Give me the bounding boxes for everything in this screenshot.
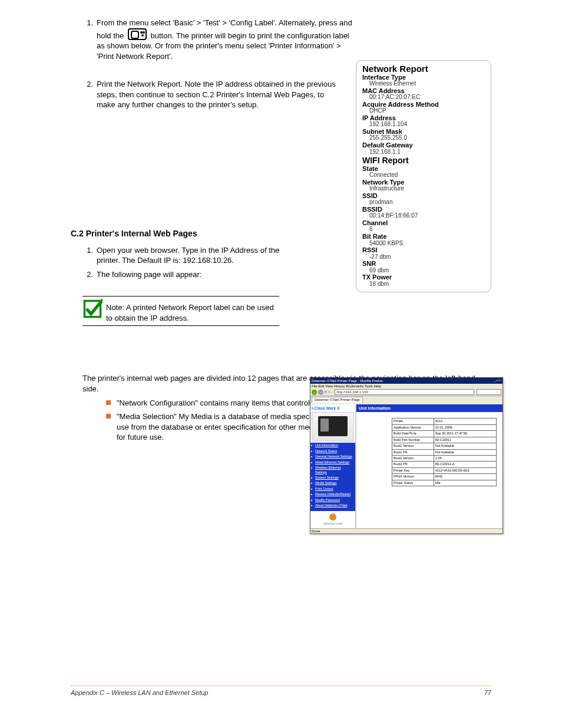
sidebar: I-Class Mark II Unit InformationNetwork … xyxy=(310,404,356,528)
forward-icon[interactable]: › xyxy=(318,390,323,395)
c2-intro-block: 1. Open your web browser. Type in the IP… xyxy=(82,245,289,280)
table-row: Application Version12.01_0006 xyxy=(392,424,497,430)
sidebar-item[interactable]: Network Status xyxy=(310,449,355,454)
report-value: Connected xyxy=(362,172,485,179)
unit-info-table: Printer4212Application Version12.01_0006… xyxy=(392,418,497,486)
table-cell: Printer Key xyxy=(392,467,434,473)
table-row: Build Part Number83-C10011 xyxy=(392,437,497,443)
logo-text: datamax-o'neil xyxy=(310,522,355,526)
table-row: Boot2 PN83-C10011-A xyxy=(392,462,497,467)
report-value: Infrastructure xyxy=(362,186,485,192)
report-key: SNR xyxy=(362,261,485,268)
sidebar-item[interactable]: Wired Ethernet Settings xyxy=(310,460,355,465)
table-cell: 83-C10011-A xyxy=(434,462,496,467)
sidebar-item[interactable]: General Network Settings xyxy=(310,454,355,459)
sidebar-item[interactable]: Print Control xyxy=(310,486,355,492)
table-cell: 1.04 xyxy=(434,455,496,461)
sidebar-item[interactable]: Modify Password xyxy=(310,498,355,503)
back-icon[interactable]: ‹ xyxy=(312,390,317,395)
c2-step2-num: 2. xyxy=(82,269,97,280)
c2-step1-text: Open your web browser. Type in the IP Ad… xyxy=(97,245,289,266)
report-value: 192.168.1.104 xyxy=(362,121,485,128)
browser-menubar: File Edit View History Bookmarks Tools H… xyxy=(310,384,503,388)
page-footer: Appendix C – Wireless LAN and Ethernet S… xyxy=(71,686,491,697)
report-value: Wireless Ethernet xyxy=(362,81,485,87)
printer-image xyxy=(312,412,354,442)
note-rule-bottom xyxy=(82,325,279,326)
table-cell: Build Date/Time xyxy=(392,431,434,437)
browser-statusbar: Done xyxy=(310,528,503,533)
report-value: 192.168.1.1 xyxy=(362,149,485,156)
table-row: Printer StatusIdle xyxy=(392,480,497,486)
printer-model-label: I-Class Mark II xyxy=(310,404,355,411)
brand-logo: datamax-o'neil xyxy=(310,511,355,528)
footer-rule xyxy=(71,686,491,686)
table-cell: 4212 xyxy=(434,419,496,424)
table-row: Boot1 VersionNot Available xyxy=(392,443,497,449)
stop-icon[interactable]: × xyxy=(328,390,330,394)
sidebar-item[interactable]: Media Settings xyxy=(310,480,355,486)
browser-toolbar: ‹ › C × ⌂ http://192.168.1.100 xyxy=(310,388,503,396)
search-box[interactable] xyxy=(477,389,501,395)
report-value: 54000 KBPS xyxy=(362,241,485,247)
sidebar-item[interactable]: Wireless Ethernet Settings xyxy=(310,465,355,475)
browser-titlebar: Datamax O'Neil Printer Page - Mozilla Fi… xyxy=(310,378,503,384)
table-cell: Not Available xyxy=(434,443,496,449)
report-value: 00:14:BF:18:66:07 xyxy=(362,213,485,219)
bullet-icon xyxy=(106,414,111,419)
table-cell: 9042 xyxy=(434,474,496,480)
footer-right: 77 xyxy=(484,689,491,697)
unit-info-pane: Printer4212Application Version12.01_0006… xyxy=(356,412,503,528)
report-value: DHCP xyxy=(362,108,485,114)
report-value: 255.255.255.0 xyxy=(362,135,485,141)
table-cell: Printer Status xyxy=(392,480,434,486)
bullet-icon xyxy=(106,400,111,405)
browser-tab[interactable]: Datamax O'Neil Printer Page xyxy=(312,397,363,403)
table-cell: Application Version xyxy=(392,424,434,430)
report-key: Channel xyxy=(362,220,485,227)
table-row: Printer4212 xyxy=(392,419,497,424)
report-key: TX Power xyxy=(362,274,485,281)
report-key: Default Gateway xyxy=(362,142,485,149)
reload-icon[interactable]: C xyxy=(325,390,327,394)
c2-step2-text: The following page will appear: xyxy=(97,269,202,280)
step-1-text: From the menu select 'Basic' > 'Test' > … xyxy=(97,18,353,61)
window-controls-icon: _ □ × xyxy=(494,378,501,383)
browser-window: Datamax O'Neil Printer Page - Mozilla Fi… xyxy=(310,377,503,534)
home-icon[interactable]: ⌂ xyxy=(332,390,334,394)
table-row: Boot2 Version1.04 xyxy=(392,455,497,461)
report-key: Bit Rate xyxy=(362,233,485,241)
table-cell: Build Part Number xyxy=(392,437,434,443)
c2-step1-num: 1. xyxy=(82,245,97,266)
sidebar-item[interactable]: Unit Information xyxy=(310,443,355,448)
sidebar-nav: Unit InformationNetwork StatusGeneral Ne… xyxy=(310,443,355,511)
unit-info-header: Unit Information xyxy=(356,404,503,412)
address-bar[interactable]: http://192.168.1.100 xyxy=(335,389,474,395)
network-report-card: Network Report Interface TypeWireless Et… xyxy=(356,60,491,292)
check-icon xyxy=(82,299,103,319)
sidebar-item[interactable]: About Datamax-O'Neil xyxy=(310,503,355,508)
table-cell: Not Available xyxy=(434,449,496,455)
footer-left: Appendix C – Wireless LAN and Ethernet S… xyxy=(71,689,208,697)
table-row: Printer Key4212-VA10-00C0S-0D3 xyxy=(392,467,497,473)
table-cell: Boot1 Version xyxy=(392,443,434,449)
note-box: Note: A printed Network Report label can… xyxy=(82,296,279,326)
report-value: 00:17:AC:20:07:EC xyxy=(362,94,485,101)
table-row: Boot1 PNNot Available xyxy=(392,449,497,455)
sidebar-item[interactable]: Restore Defaults/Restart xyxy=(310,492,355,497)
table-cell: Printer xyxy=(392,419,434,424)
step-2: 2. Print the Network Report. Note the IP… xyxy=(82,79,342,110)
table-cell: Idle xyxy=(434,480,496,486)
report-key: RSSI xyxy=(362,247,485,254)
note-rule-top xyxy=(82,296,279,297)
report-value: 18 dbm xyxy=(362,281,485,288)
table-cell: FPGA Version xyxy=(392,474,434,480)
table-cell: 83-C10011 xyxy=(434,437,496,443)
browser-title: Datamax O'Neil Printer Page - Mozilla Fi… xyxy=(312,378,383,383)
logo-icon xyxy=(329,513,336,521)
table-row: FPGA Version9042 xyxy=(392,474,497,480)
step-1-number: 1. xyxy=(82,18,97,61)
step-2-text: Print the Network Report. Note the IP ad… xyxy=(97,79,342,110)
sidebar-item[interactable]: System Settings xyxy=(310,475,355,480)
table-cell: Sep 30 2011 17:47:56 xyxy=(434,431,496,437)
